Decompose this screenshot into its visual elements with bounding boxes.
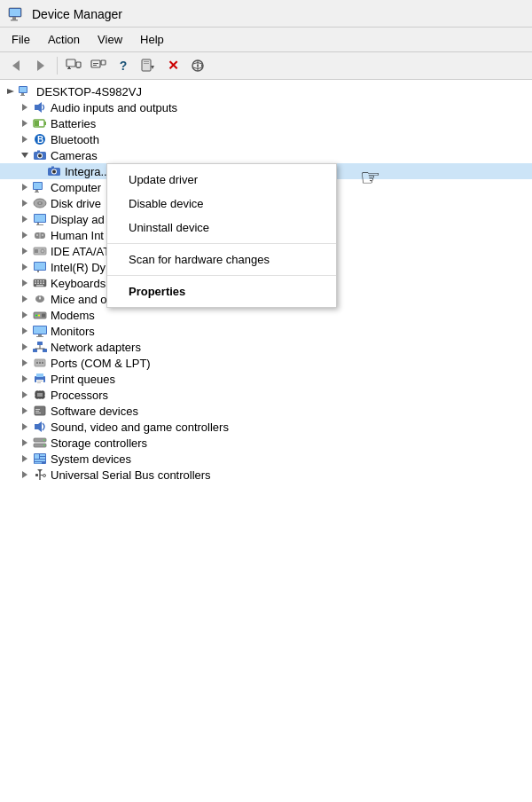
forward-button[interactable]: [30, 55, 51, 76]
context-menu-update-driver[interactable]: Update driver ☞: [107, 168, 336, 192]
context-menu-disable-device[interactable]: Disable device: [107, 192, 336, 216]
svg-rect-27: [20, 95, 25, 96]
storage-icon: [32, 436, 48, 450]
show-devices-button[interactable]: [63, 55, 84, 76]
monitors-expander[interactable]: [18, 324, 32, 338]
tree-item-system[interactable]: System devices: [0, 451, 532, 467]
keyboards-expander[interactable]: [18, 276, 32, 290]
computer-expander[interactable]: [18, 180, 32, 194]
svg-rect-17: [144, 63, 149, 64]
network-expander[interactable]: [18, 340, 32, 354]
tree-item-cameras[interactable]: Cameras: [0, 147, 532, 163]
tree-item-bluetooth[interactable]: B Bluetooth: [0, 131, 532, 147]
menu-view[interactable]: View: [90, 29, 130, 50]
tree-item-network[interactable]: Network adapters: [0, 339, 532, 355]
svg-point-156: [43, 475, 46, 477]
driver-update-button[interactable]: [137, 55, 159, 76]
svg-rect-49: [35, 190, 38, 192]
svg-marker-29: [35, 102, 42, 113]
ide-expander[interactable]: [18, 244, 32, 258]
menu-action[interactable]: Action: [40, 29, 88, 50]
svg-rect-79: [43, 280, 44, 282]
svg-rect-102: [43, 349, 47, 352]
modems-icon: [32, 308, 48, 322]
toolbar-sep-1: [57, 57, 58, 75]
svg-rect-48: [34, 183, 42, 189]
svg-rect-118: [37, 381, 43, 381]
svg-marker-145: [22, 455, 27, 462]
print-expander[interactable]: [18, 372, 32, 386]
disk-expander[interactable]: [18, 196, 32, 210]
tree-item-usb[interactable]: Universal Serial Bus controllers: [0, 467, 532, 483]
cameras-icon: [32, 148, 48, 162]
svg-marker-60: [22, 232, 27, 239]
svg-rect-45: [51, 167, 54, 169]
usb-label: Universal Serial Bus controllers: [51, 468, 532, 482]
device-manager-window: Device Manager File Action View Help: [0, 0, 532, 802]
sound-icon: [32, 420, 48, 434]
svg-rect-151: [35, 462, 42, 464]
svg-marker-65: [22, 248, 27, 255]
svg-point-108: [36, 362, 38, 364]
remove-button[interactable]: ✕: [162, 55, 184, 76]
help-button[interactable]: ?: [113, 55, 134, 76]
tree-item-monitors[interactable]: Monitors: [0, 323, 532, 339]
svg-rect-59: [36, 224, 43, 225]
tree-root[interactable]: DESKTOP-4S982VJ: [0, 83, 532, 99]
menu-help[interactable]: Help: [132, 29, 172, 50]
storage-expander[interactable]: [18, 436, 32, 450]
intel-expander[interactable]: [18, 260, 32, 274]
resources-button[interactable]: [88, 55, 109, 76]
svg-rect-57: [35, 215, 45, 222]
context-menu-properties[interactable]: Properties: [107, 279, 336, 303]
intel-icon: [32, 260, 48, 274]
display-expander[interactable]: [18, 212, 32, 226]
modems-expander[interactable]: [18, 308, 32, 322]
tree-item-ports[interactable]: Ports (COM & LPT): [0, 355, 532, 371]
tree-item-batteries[interactable]: Batteries: [0, 115, 532, 131]
svg-rect-58: [37, 223, 39, 224]
svg-rect-32: [44, 122, 46, 125]
batteries-expander[interactable]: [18, 116, 32, 130]
tree-item-audio[interactable]: Audio inputs and outputs: [0, 99, 532, 115]
tree-item-processors[interactable]: Processors: [0, 387, 532, 403]
svg-rect-12: [93, 63, 98, 64]
usb-expander[interactable]: [18, 468, 32, 482]
svg-marker-34: [22, 136, 27, 143]
scan-button[interactable]: [187, 55, 208, 76]
tree-item-print[interactable]: Print queues: [0, 371, 532, 387]
tree-item-software[interactable]: Software devices: [0, 403, 532, 419]
svg-rect-136: [35, 411, 39, 412]
sound-expander[interactable]: [18, 420, 32, 434]
ports-expander[interactable]: [18, 356, 32, 370]
context-menu-scan-hardware[interactable]: Scan for hardware changes: [107, 248, 336, 271]
svg-marker-51: [22, 200, 27, 207]
cameras-expander[interactable]: [18, 148, 32, 162]
computer-icon: [32, 180, 48, 194]
svg-rect-7: [68, 67, 70, 68]
context-menu-uninstall-device[interactable]: Uninstall device: [107, 216, 336, 240]
print-icon: [32, 372, 48, 386]
bluetooth-expander[interactable]: [18, 132, 32, 146]
svg-point-91: [35, 315, 37, 317]
svg-point-21: [197, 65, 199, 67]
processors-expander[interactable]: [18, 388, 32, 402]
svg-rect-6: [66, 59, 75, 67]
batteries-icon: [32, 116, 48, 130]
root-icon: [18, 84, 34, 98]
mice-expander[interactable]: [18, 292, 32, 306]
tree-item-integra[interactable]: Integra... Update driver ☞ Disable devic…: [0, 163, 532, 179]
back-button[interactable]: [5, 55, 27, 76]
menu-file[interactable]: File: [4, 29, 38, 50]
audio-expander[interactable]: [18, 100, 32, 114]
svg-marker-133: [22, 407, 27, 414]
tree-item-modems[interactable]: Modems: [0, 307, 532, 323]
svg-marker-99: [22, 343, 27, 350]
software-expander[interactable]: [18, 404, 32, 418]
tree-item-storage[interactable]: Storage controllers: [0, 435, 532, 451]
hid-expander[interactable]: [18, 228, 32, 242]
root-expander[interactable]: [4, 84, 18, 98]
tree-item-sound[interactable]: Sound, video and game controllers: [0, 419, 532, 435]
svg-rect-25: [20, 87, 27, 92]
system-expander[interactable]: [18, 452, 32, 466]
